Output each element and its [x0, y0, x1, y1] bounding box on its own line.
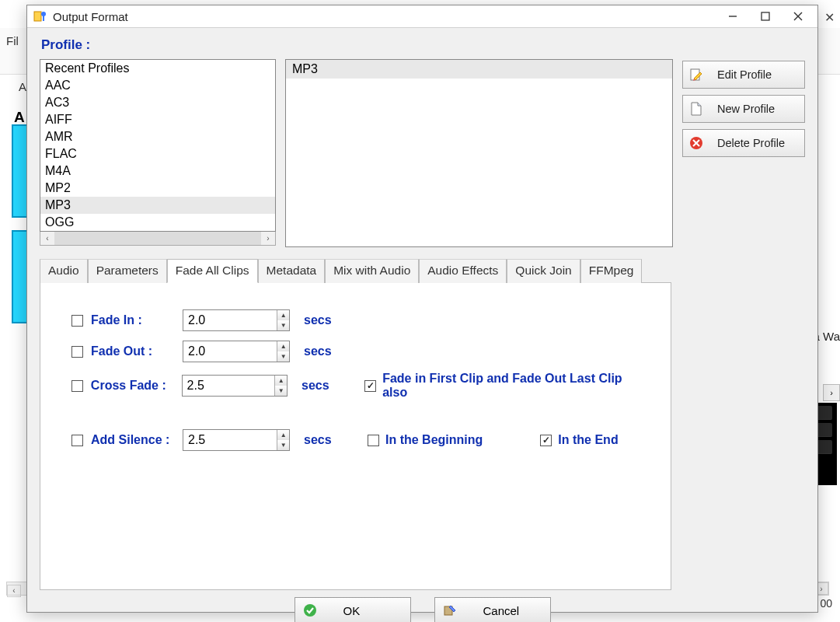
- format-list-item[interactable]: FLAC: [40, 145, 275, 162]
- spin-down-icon[interactable]: ▼: [277, 351, 289, 362]
- bg-text-fil: Fil: [6, 34, 19, 47]
- add-silence-unit: secs: [304, 433, 341, 447]
- fade-in-checkbox[interactable]: [71, 315, 83, 327]
- spin-up-icon[interactable]: ▲: [277, 341, 289, 351]
- in-beginning-label: In the Beginning: [385, 433, 483, 447]
- edit-profile-button[interactable]: Edit Profile: [682, 61, 805, 89]
- delete-profile-button[interactable]: Delete Profile: [682, 129, 805, 157]
- format-list-item[interactable]: Recent Profiles: [40, 60, 275, 77]
- new-profile-button[interactable]: New Profile: [682, 95, 805, 123]
- firstlast-checkbox[interactable]: ✓: [364, 380, 376, 392]
- format-list-item[interactable]: AIFF: [40, 111, 275, 128]
- format-list-item[interactable]: AMR: [40, 128, 275, 145]
- output-format-dialog: Output Format Profile : Recent ProfilesA…: [26, 5, 818, 613]
- delete-icon: [689, 136, 703, 150]
- delete-profile-label: Delete Profile: [717, 137, 785, 149]
- add-silence-input[interactable]: [183, 430, 277, 450]
- minimize-button[interactable]: [716, 5, 749, 27]
- format-list-item[interactable]: M4A: [40, 162, 275, 180]
- scroll-right-icon[interactable]: ›: [261, 232, 275, 245]
- window-title: Output Format: [53, 10, 716, 23]
- add-silence-checkbox[interactable]: [71, 435, 83, 446]
- svg-point-11: [304, 604, 316, 617]
- fade-in-unit: secs: [304, 313, 341, 327]
- tab-audio[interactable]: Audio: [40, 259, 88, 283]
- cross-fade-label: Cross Fade :: [91, 379, 174, 393]
- fade-out-checkbox[interactable]: [71, 346, 83, 358]
- tab-metadata[interactable]: Metadata: [258, 259, 326, 283]
- format-list-item[interactable]: MP3: [40, 197, 275, 214]
- fade-all-clips-panel: Fade In : ▲▼ secs Fade Out : ▲▼ secs Cro…: [40, 282, 671, 590]
- detail-list-item[interactable]: MP3: [286, 60, 672, 79]
- scroll-track[interactable]: [54, 232, 261, 245]
- fade-out-spinner[interactable]: ▲▼: [183, 341, 290, 362]
- cancel-button[interactable]: Cancel: [434, 597, 551, 622]
- titlebar: Output Format: [27, 5, 817, 28]
- svg-rect-0: [34, 12, 41, 21]
- fade-out-label: Fade Out :: [91, 344, 175, 358]
- tab-quick-join[interactable]: Quick Join: [507, 259, 580, 283]
- fade-in-label: Fade In :: [91, 313, 175, 327]
- app-icon: [33, 9, 47, 23]
- in-beginning-checkbox[interactable]: [368, 435, 379, 446]
- cross-fade-input[interactable]: [183, 376, 275, 396]
- bg-scroll-right-icon[interactable]: ›: [823, 384, 840, 401]
- profile-detail-listbox[interactable]: MP3: [285, 59, 673, 247]
- tab-mix-with-audio[interactable]: Mix with Audio: [325, 259, 419, 283]
- tabstrip: AudioParametersFade All ClipsMetadataMix…: [40, 258, 805, 282]
- cross-fade-checkbox[interactable]: [71, 380, 83, 392]
- format-list-hscroll[interactable]: ‹ ›: [40, 232, 276, 246]
- spin-down-icon[interactable]: ▼: [277, 320, 289, 330]
- ok-button[interactable]: OK: [295, 597, 411, 622]
- profile-label: Profile :: [41, 37, 805, 53]
- cancel-label: Cancel: [483, 604, 520, 617]
- new-profile-label: New Profile: [717, 103, 775, 115]
- format-list-item[interactable]: MP2: [40, 180, 275, 197]
- maximize-button[interactable]: [749, 5, 782, 27]
- format-list-item[interactable]: AC3: [40, 94, 275, 111]
- ok-label: OK: [343, 604, 361, 617]
- tab-audio-effects[interactable]: Audio Effects: [419, 259, 507, 283]
- cross-fade-unit: secs: [301, 379, 338, 393]
- add-silence-label: Add Silence :: [91, 433, 175, 447]
- cross-fade-spinner[interactable]: ▲▼: [182, 375, 288, 397]
- tab-ffmpeg[interactable]: FFMpeg: [580, 259, 643, 283]
- close-button[interactable]: [782, 5, 814, 27]
- fade-in-spinner[interactable]: ▲▼: [183, 309, 290, 331]
- format-listbox[interactable]: Recent ProfilesAACAC3AIFFAMRFLACM4AMP2MP…: [40, 59, 276, 232]
- spin-up-icon[interactable]: ▲: [277, 430, 289, 440]
- ok-icon: [303, 603, 317, 617]
- tab-parameters[interactable]: Parameters: [88, 259, 167, 283]
- fade-out-input[interactable]: [183, 341, 277, 362]
- svg-rect-2: [43, 16, 44, 21]
- bg-text-zeros: 00: [820, 597, 832, 610]
- spin-up-icon[interactable]: ▲: [275, 376, 287, 386]
- spin-down-icon[interactable]: ▼: [277, 440, 289, 450]
- spin-up-icon[interactable]: ▲: [277, 310, 289, 320]
- in-end-label: In the End: [558, 433, 618, 447]
- spin-down-icon[interactable]: ▼: [275, 386, 287, 396]
- bg-text-A: A: [14, 109, 25, 126]
- format-list-item[interactable]: AAC: [40, 77, 275, 94]
- cancel-icon: [443, 603, 457, 617]
- new-file-icon: [689, 102, 703, 116]
- format-list-item[interactable]: OGG: [40, 214, 275, 231]
- add-silence-spinner[interactable]: ▲▼: [183, 429, 290, 451]
- scroll-left-icon[interactable]: ‹: [40, 232, 54, 245]
- svg-rect-4: [762, 12, 769, 20]
- fade-in-input[interactable]: [183, 310, 277, 330]
- fade-out-unit: secs: [304, 344, 341, 358]
- in-end-checkbox[interactable]: ✓: [540, 435, 552, 446]
- tab-fade-all-clips[interactable]: Fade All Clips: [167, 259, 258, 283]
- firstlast-label: Fade in First Clip and Fade Out Last Cli…: [382, 372, 647, 400]
- bg-close-icon[interactable]: ✕: [820, 8, 838, 26]
- edit-icon: [689, 68, 703, 82]
- edit-profile-label: Edit Profile: [717, 68, 772, 81]
